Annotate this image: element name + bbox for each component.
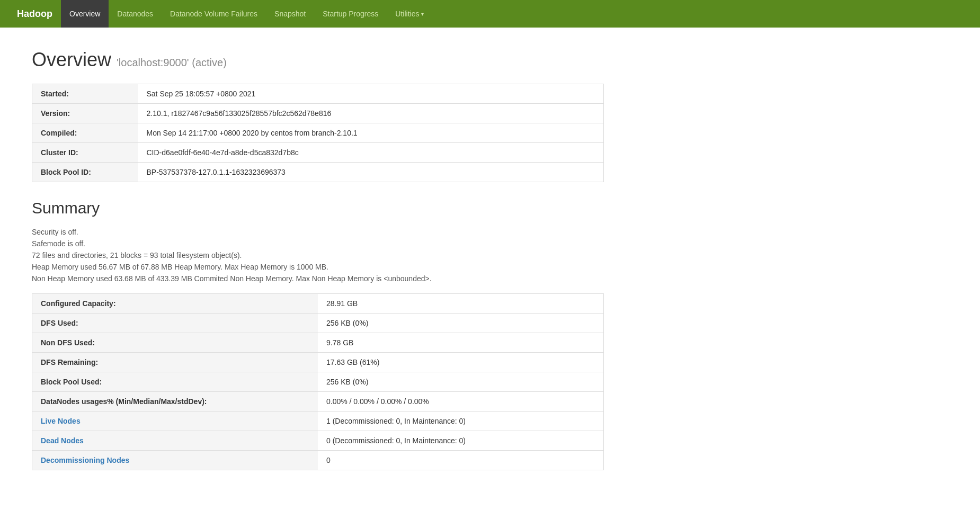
main-content: Overview 'localhost:9000' (active) Start… bbox=[0, 28, 636, 491]
summary-label: Configured Capacity: bbox=[32, 294, 318, 314]
info-row: Started: Sat Sep 25 18:05:57 +0800 2021 bbox=[32, 84, 604, 104]
info-label: Started: bbox=[32, 84, 138, 104]
nav-item-snapshot[interactable]: Snapshot bbox=[266, 0, 314, 28]
summary-value: 28.91 GB bbox=[318, 294, 604, 314]
info-value: CID-d6ae0fdf-6e40-4e7d-a8de-d5ca832d7b8c bbox=[138, 143, 604, 163]
summary-line: Safemode is off. bbox=[32, 239, 604, 248]
summary-line: Heap Memory used 56.67 MB of 67.88 MB He… bbox=[32, 263, 604, 271]
info-label: Version: bbox=[32, 104, 138, 123]
summary-row: Block Pool Used:256 KB (0%) bbox=[32, 372, 604, 392]
dropdown-arrow-icon: ▾ bbox=[421, 11, 424, 17]
info-value: Sat Sep 25 18:05:57 +0800 2021 bbox=[138, 84, 604, 104]
nav-item-datanodes[interactable]: Datanodes bbox=[109, 0, 162, 28]
summary-label-link-cell[interactable]: Live Nodes bbox=[32, 411, 318, 431]
summary-line: 72 files and directories, 21 blocks = 93… bbox=[32, 251, 604, 260]
summary-line: Security is off. bbox=[32, 228, 604, 236]
summary-value: 1 (Decommissioned: 0, In Maintenance: 0) bbox=[318, 411, 604, 431]
summary-row: Live Nodes1 (Decommissioned: 0, In Maint… bbox=[32, 411, 604, 431]
summary-text-block: Security is off.Safemode is off.72 files… bbox=[32, 228, 604, 283]
summary-label: DFS Remaining: bbox=[32, 353, 318, 372]
summary-row: Dead Nodes0 (Decommissioned: 0, In Maint… bbox=[32, 431, 604, 451]
info-value: Mon Sep 14 21:17:00 +0800 2020 by centos… bbox=[138, 123, 604, 143]
info-label: Cluster ID: bbox=[32, 143, 138, 163]
page-subtitle: 'localhost:9000' (active) bbox=[117, 57, 227, 68]
info-row: Cluster ID: CID-d6ae0fdf-6e40-4e7d-a8de-… bbox=[32, 143, 604, 163]
summary-value: 9.78 GB bbox=[318, 333, 604, 353]
nav-item-startup-progress[interactable]: Startup Progress bbox=[314, 0, 387, 28]
summary-label: Non DFS Used: bbox=[32, 333, 318, 353]
summary-value: 0 bbox=[318, 451, 604, 470]
summary-label: Block Pool Used: bbox=[32, 372, 318, 392]
summary-value: 256 KB (0%) bbox=[318, 372, 604, 392]
summary-row: DFS Used:256 KB (0%) bbox=[32, 314, 604, 333]
info-value: 2.10.1, r1827467c9a56f133025f28557bfc2c5… bbox=[138, 104, 604, 123]
page-title-text: Overview bbox=[32, 49, 111, 70]
navbar-brand[interactable]: Hadoop bbox=[8, 8, 61, 20]
summary-label: DFS Used: bbox=[32, 314, 318, 333]
summary-label-link-cell[interactable]: Dead Nodes bbox=[32, 431, 318, 451]
summary-label-link-cell[interactable]: Decommissioning Nodes bbox=[32, 451, 318, 470]
summary-value: 0 (Decommissioned: 0, In Maintenance: 0) bbox=[318, 431, 604, 451]
summary-link[interactable]: Live Nodes bbox=[41, 417, 81, 425]
summary-row: Decommissioning Nodes0 bbox=[32, 451, 604, 470]
summary-row: DFS Remaining:17.63 GB (61%) bbox=[32, 353, 604, 372]
nav-item-overview[interactable]: Overview bbox=[61, 0, 109, 28]
summary-row: Configured Capacity:28.91 GB bbox=[32, 294, 604, 314]
summary-line: Non Heap Memory used 63.68 MB of 433.39 … bbox=[32, 274, 604, 283]
summary-link[interactable]: Decommissioning Nodes bbox=[41, 456, 129, 464]
info-label: Block Pool ID: bbox=[32, 163, 138, 182]
nav-item-utilities[interactable]: Utilities ▾ bbox=[387, 0, 432, 28]
summary-table: Configured Capacity:28.91 GBDFS Used:256… bbox=[32, 293, 604, 470]
info-row: Compiled: Mon Sep 14 21:17:00 +0800 2020… bbox=[32, 123, 604, 143]
navbar: Hadoop OverviewDatanodesDatanode Volume … bbox=[0, 0, 980, 28]
summary-link[interactable]: Dead Nodes bbox=[41, 436, 84, 445]
summary-value: 17.63 GB (61%) bbox=[318, 353, 604, 372]
navbar-nav: OverviewDatanodesDatanode Volume Failure… bbox=[61, 0, 432, 28]
info-row: Version: 2.10.1, r1827467c9a56f133025f28… bbox=[32, 104, 604, 123]
summary-row: DataNodes usages% (Min/Median/Max/stdDev… bbox=[32, 392, 604, 411]
summary-value: 0.00% / 0.00% / 0.00% / 0.00% bbox=[318, 392, 604, 411]
info-table: Started: Sat Sep 25 18:05:57 +0800 2021 … bbox=[32, 84, 604, 182]
summary-heading: Summary bbox=[32, 199, 604, 217]
summary-label: DataNodes usages% (Min/Median/Max/stdDev… bbox=[32, 392, 318, 411]
summary-value: 256 KB (0%) bbox=[318, 314, 604, 333]
info-value: BP-537537378-127.0.1.1-1632323696373 bbox=[138, 163, 604, 182]
info-row: Block Pool ID: BP-537537378-127.0.1.1-16… bbox=[32, 163, 604, 182]
page-title: Overview 'localhost:9000' (active) bbox=[32, 49, 604, 71]
info-label: Compiled: bbox=[32, 123, 138, 143]
summary-row: Non DFS Used:9.78 GB bbox=[32, 333, 604, 353]
nav-item-datanode-volume-failures[interactable]: Datanode Volume Failures bbox=[162, 0, 266, 28]
